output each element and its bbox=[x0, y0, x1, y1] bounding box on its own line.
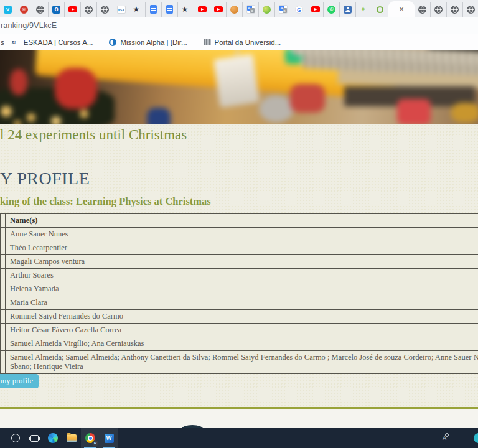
bookmark-label: Portal da Universid... bbox=[215, 39, 281, 46]
name-cell: Arthur Soares bbox=[6, 269, 478, 282]
person-icon bbox=[344, 6, 352, 14]
orange-ball-icon bbox=[230, 6, 238, 14]
translate-icon bbox=[246, 5, 255, 14]
green-sparkle-icon bbox=[360, 5, 368, 14]
christmas-market-photo bbox=[0, 50, 478, 124]
tab-globe-2[interactable] bbox=[81, 2, 97, 17]
tab-person[interactable] bbox=[340, 2, 356, 17]
name-cell: Magali Campos ventura bbox=[6, 255, 478, 269]
tab-globe-1[interactable] bbox=[32, 2, 49, 17]
tab-google[interactable] bbox=[291, 2, 307, 17]
star-icon bbox=[133, 5, 142, 14]
tab-active[interactable]: × bbox=[388, 1, 415, 17]
name-cell: Rommel Saiyd Fernandes do Carmo bbox=[6, 310, 478, 324]
browser-tab-strip: × bbox=[0, 0, 478, 17]
file-explorer-button[interactable] bbox=[62, 428, 81, 448]
tab-red-ball[interactable] bbox=[16, 2, 32, 17]
tab-vimeo[interactable] bbox=[0, 2, 16, 17]
globe-icon bbox=[101, 6, 109, 14]
name-cell: Samuel Almeida; Samuel Almeida; Anthony … bbox=[6, 351, 478, 374]
file-explorer-icon bbox=[67, 434, 77, 442]
tab-google-doc-1[interactable] bbox=[146, 2, 162, 17]
name-cell: Heitor César Fávero Cazella Correa bbox=[6, 324, 478, 337]
chrome-button[interactable]: P bbox=[81, 428, 100, 448]
tab-youtube-1[interactable] bbox=[65, 2, 81, 17]
bookmark-portal[interactable]: Portal da Universid... bbox=[204, 39, 281, 46]
mission-icon bbox=[109, 39, 116, 46]
chrome-profile-badge: P bbox=[92, 440, 98, 446]
table-row: Théo Lecarpentier bbox=[1, 241, 478, 255]
tab-globe-7[interactable] bbox=[463, 2, 478, 17]
cortana-button[interactable] bbox=[6, 428, 25, 448]
tab-usa-today[interactable] bbox=[113, 2, 129, 17]
globe-icon bbox=[418, 6, 426, 14]
close-tab-icon[interactable]: × bbox=[399, 5, 404, 13]
tab-star-2[interactable] bbox=[178, 2, 194, 17]
bookmarks-bar: s ESKADA | Cursos A... Mission Alpha | [… bbox=[0, 34, 478, 51]
google-doc-icon bbox=[166, 5, 173, 14]
table-row: Rommel Saiyd Fernandes do Carmo bbox=[1, 310, 478, 324]
name-cell: Samuel Almeida Virgílio; Ana Cerniauskas bbox=[6, 337, 478, 351]
tab-google-doc-2[interactable] bbox=[162, 2, 178, 17]
bookmark-label: ESKADA | Cursos A... bbox=[24, 39, 93, 46]
star-icon bbox=[182, 5, 190, 14]
portal-icon bbox=[204, 39, 211, 45]
tab-youtube-2[interactable] bbox=[194, 2, 210, 17]
table-row: Samuel Almeida Virgílio; Ana Cerniauskas bbox=[1, 337, 478, 351]
whatsapp-icon bbox=[327, 6, 335, 14]
taskbar-apps: P bbox=[6, 428, 118, 448]
tab-globe-6[interactable] bbox=[447, 2, 463, 17]
bookmark-fragment[interactable]: s bbox=[1, 39, 4, 46]
youtube-icon bbox=[68, 6, 77, 12]
globe-icon bbox=[36, 6, 44, 14]
globe-icon bbox=[434, 6, 443, 14]
edge-button[interactable] bbox=[44, 428, 62, 448]
table-row: Maria Clara bbox=[1, 296, 478, 310]
tab-globe-3[interactable] bbox=[97, 2, 113, 17]
table-header-row: e Name(s) bbox=[1, 214, 478, 228]
tab-globe-4[interactable] bbox=[415, 2, 431, 17]
task-view-button[interactable] bbox=[25, 428, 44, 448]
tab-star-1[interactable] bbox=[129, 2, 146, 17]
table-row: Heitor César Fávero Cazella Correa bbox=[1, 324, 478, 337]
tab-green-sphere[interactable] bbox=[259, 2, 275, 17]
tab-whatsapp[interactable] bbox=[324, 2, 340, 17]
screen: × ranking/9VLkcE s ESKADA | Cursos A... … bbox=[0, 0, 478, 448]
tab-translate-1[interactable] bbox=[243, 2, 259, 17]
green-sphere-icon bbox=[263, 6, 271, 14]
teal-app-icon[interactable] bbox=[474, 433, 478, 443]
name-cell: Anne Sauer Nunes bbox=[6, 228, 478, 241]
ranking-table: e Name(s) Anne Sauer Nunes Théo Lecarpen… bbox=[0, 213, 478, 374]
table-row: Arthur Soares bbox=[1, 269, 478, 282]
name-line-1: Samuel Almeida; Samuel Almeida; Anthony … bbox=[10, 353, 478, 362]
name-cell: Théo Lecarpentier bbox=[6, 241, 478, 255]
tab-orange-ball[interactable] bbox=[227, 2, 243, 17]
globe-icon bbox=[85, 6, 93, 14]
tab-green-ring[interactable] bbox=[372, 2, 388, 17]
translate-icon bbox=[279, 5, 288, 14]
table-row: Samuel Almeida; Samuel Almeida; Anthony … bbox=[1, 351, 478, 374]
go-to-profile-button[interactable]: to my profile bbox=[0, 374, 39, 388]
name-cell: Maria Clara bbox=[6, 296, 478, 310]
address-bar-url[interactable]: ranking/9VLkcE bbox=[1, 21, 57, 30]
page-footer bbox=[0, 409, 478, 428]
vimeo-icon bbox=[4, 6, 12, 14]
input-indicator-icon[interactable] bbox=[440, 434, 449, 442]
tab-youtube-4[interactable] bbox=[307, 2, 324, 17]
youtube-icon bbox=[311, 6, 320, 12]
green-ring-icon bbox=[377, 6, 383, 13]
tab-green-sparkle[interactable] bbox=[356, 2, 372, 17]
bookmark-label: Mission Alpha | [Dir... bbox=[120, 39, 187, 46]
bookmark-mission-alpha[interactable]: Mission Alpha | [Dir... bbox=[109, 39, 187, 46]
word-button[interactable] bbox=[100, 428, 118, 448]
bookmark-eskada[interactable]: ESKADA | Cursos A... bbox=[12, 39, 93, 46]
usa-today-icon bbox=[117, 6, 126, 14]
names-column-header: Name(s) bbox=[6, 214, 478, 228]
windows-taskbar: P bbox=[0, 428, 478, 448]
tab-youtube-3[interactable] bbox=[210, 2, 227, 17]
tab-globe-5[interactable] bbox=[431, 2, 447, 17]
tab-translate-2[interactable] bbox=[275, 2, 291, 17]
google-doc-icon bbox=[150, 5, 157, 14]
tab-outlook[interactable] bbox=[49, 2, 65, 17]
table-row: Magali Campos ventura bbox=[1, 255, 478, 269]
